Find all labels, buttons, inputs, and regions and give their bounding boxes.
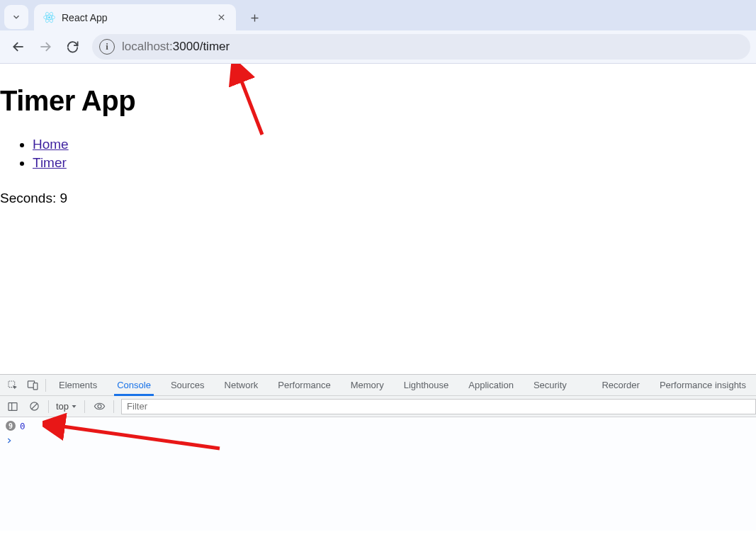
devtools-panel: Elements Console Sources Network Perform…: [0, 374, 756, 531]
page-heading: Timer App: [0, 85, 756, 117]
console-log-line[interactable]: 9 0: [6, 419, 756, 433]
svg-point-22: [98, 405, 101, 408]
nav-link-home[interactable]: Home: [33, 137, 69, 152]
console-toolbar: top: [0, 396, 756, 417]
svg-rect-17: [9, 402, 17, 410]
site-info-icon[interactable]: i: [99, 39, 115, 55]
page-content: Timer App Home Timer Seconds: 9: [0, 64, 756, 374]
svg-marker-21: [72, 405, 77, 408]
tab-title: React App: [62, 12, 208, 23]
address-bar[interactable]: i localhost:3000/timer: [92, 34, 750, 60]
log-count-badge: 9: [6, 421, 16, 431]
devtools-tab-application[interactable]: Application: [458, 375, 524, 396]
tabs-dropdown-button[interactable]: [4, 5, 28, 29]
console-filter-input[interactable]: [121, 399, 756, 414]
devtools-tab-perf-insights[interactable]: Performance insights: [650, 375, 756, 396]
seconds-text: Seconds: 9: [0, 191, 756, 206]
devtools-tab-elements[interactable]: Elements: [49, 375, 107, 396]
back-button[interactable]: [6, 34, 31, 60]
devtools-tab-network[interactable]: Network: [215, 375, 269, 396]
live-expression-button[interactable]: [89, 397, 109, 416]
browser-chrome: React App i localhost:3000/timer: [0, 0, 756, 64]
console-output[interactable]: 9 0: [0, 417, 756, 531]
browser-toolbar: i localhost:3000/timer: [0, 30, 756, 64]
devtools-tab-memory[interactable]: Memory: [341, 375, 394, 396]
devtools-tab-performance[interactable]: Performance: [268, 375, 340, 396]
new-tab-button[interactable]: [243, 6, 266, 29]
svg-rect-16: [33, 383, 38, 390]
console-sidebar-toggle[interactable]: [3, 397, 23, 416]
devtools-tab-console[interactable]: Console: [107, 375, 161, 396]
devtools-tab-sources[interactable]: Sources: [161, 375, 215, 396]
browser-tab[interactable]: React App: [34, 4, 236, 30]
devtools-tabs: Elements Console Sources Network Perform…: [0, 375, 756, 396]
react-favicon-icon: [43, 11, 55, 24]
console-prompt[interactable]: [6, 436, 756, 446]
svg-line-20: [31, 404, 37, 409]
nav-link-timer[interactable]: Timer: [33, 155, 67, 170]
nav-list: Home Timer: [33, 137, 756, 171]
log-value: 0: [20, 421, 26, 431]
tab-strip: React App: [0, 0, 756, 30]
url-text: localhost:3000/timer: [122, 40, 230, 54]
devtools-tab-security[interactable]: Security: [524, 375, 577, 396]
devtools-tab-recorder[interactable]: Recorder: [592, 375, 649, 396]
forward-button[interactable]: [33, 34, 58, 60]
device-toolbar-button[interactable]: [23, 375, 43, 395]
reload-button[interactable]: [60, 34, 85, 60]
console-context-selector[interactable]: top: [53, 401, 80, 412]
devtools-tab-lighthouse[interactable]: Lighthouse: [394, 375, 459, 396]
inspect-element-button[interactable]: [3, 375, 23, 395]
clear-console-button[interactable]: [24, 397, 44, 416]
tab-close-button[interactable]: [215, 11, 227, 24]
svg-point-0: [47, 16, 50, 18]
